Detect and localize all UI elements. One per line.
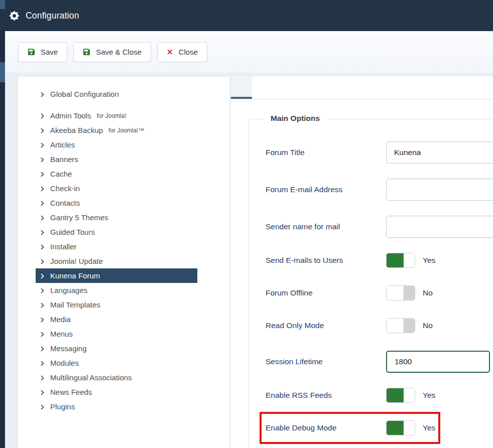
save-and-close-button[interactable]: Save & Close <box>73 42 151 62</box>
toggle-switch[interactable] <box>386 285 415 301</box>
chevron-right-icon <box>40 244 45 250</box>
sidebar-item[interactable]: News Feeds <box>36 385 197 399</box>
sidebar-item-label: Akeeba Backup <box>50 126 103 134</box>
options-fieldset: Main Options Forum Title Forum E-mail Ad… <box>249 119 493 448</box>
sidebar-item[interactable]: Cache <box>36 167 197 181</box>
toggle-switch[interactable] <box>386 420 415 435</box>
chevron-right-icon <box>40 142 45 148</box>
sidebar-item[interactable]: Global Configuration <box>36 87 197 101</box>
chevron-right-icon <box>40 273 45 279</box>
sidebar-item[interactable]: Banners <box>36 152 197 167</box>
sidebar-item[interactable]: Admin Tools for Joomla! <box>36 108 197 123</box>
fieldset-legend: Main Options <box>264 114 326 123</box>
sidebar-item-label: Banners <box>50 155 78 164</box>
toggle-state-label: Yes <box>423 391 435 400</box>
sidebar-item-label: Contacts <box>50 199 80 207</box>
field-label: Enable Debug Mode <box>266 423 386 432</box>
chevron-right-icon <box>40 390 45 395</box>
main-panel: Main Options Forum Title Forum E-mail Ad… <box>231 99 493 448</box>
form-row: Sender name for mail <box>266 216 493 238</box>
sidebar-item-label: Mail Templates <box>50 301 100 309</box>
sidebar-item[interactable]: Contacts <box>36 196 197 210</box>
close-button-label: Close <box>179 48 198 56</box>
floppy-save-icon <box>83 48 90 56</box>
field-label: Send E-mails to Users <box>266 256 386 265</box>
form-row: Read Only Mode No <box>266 318 493 333</box>
sidebar-item-label: Admin Tools <box>50 111 91 120</box>
toggle-switch[interactable] <box>386 318 415 333</box>
chevron-right-icon <box>40 404 45 410</box>
text-input[interactable] <box>386 216 493 238</box>
field-label: Forum E-mail Address <box>266 185 386 194</box>
sidebar-item[interactable]: Articles <box>36 137 197 152</box>
sidebar-item-suffix: for Joomla! <box>96 112 126 119</box>
sidebar-item[interactable]: Joomla! Update <box>36 254 197 268</box>
field-label: Forum Title <box>266 148 386 157</box>
save-and-close-button-label: Save & Close <box>96 48 142 56</box>
sidebar-item[interactable]: Guided Tours <box>36 225 197 239</box>
sidebar-item[interactable]: Kunena Forum <box>36 268 197 283</box>
toggle-switch[interactable] <box>386 253 415 268</box>
form-row: Session Lifetime <box>266 351 493 373</box>
sidebar-item-label: Articles <box>50 140 75 149</box>
tab-main-options[interactable] <box>231 76 252 99</box>
sidebar-item[interactable]: Languages <box>36 283 197 297</box>
sidebar-item-label: Global Configuration <box>50 90 119 98</box>
chevron-right-icon <box>40 157 45 163</box>
toggle-switch[interactable] <box>386 388 415 403</box>
close-x-icon: ✕ <box>167 48 173 56</box>
sidebar-item-label: Multilingual Associations <box>50 373 132 382</box>
sidebar-item-label: Modules <box>50 359 79 367</box>
field-label: Session Lifetime <box>266 357 386 366</box>
chevron-right-icon <box>40 332 45 337</box>
chevron-right-icon <box>40 113 45 119</box>
sidebar-item-label: Kunena Forum <box>50 271 100 280</box>
gear-icon <box>10 11 19 21</box>
chevron-right-icon <box>40 259 45 264</box>
toolbar: Save Save & Close ✕ Close <box>5 31 493 73</box>
form-row: Send E-mails to Users Yes <box>266 253 493 268</box>
sidebar-item-label: Check-in <box>50 184 80 193</box>
sidebar-item[interactable]: Check-in <box>36 181 197 196</box>
chevron-right-icon <box>40 230 45 235</box>
tab-subscriptions[interactable] <box>294 76 315 99</box>
field-label: Forum Offline <box>266 288 386 297</box>
chevron-right-icon <box>40 128 45 133</box>
chevron-right-icon <box>40 186 45 192</box>
text-input[interactable] <box>386 351 490 373</box>
sidebar-item-label: Cache <box>50 170 72 178</box>
field-label: Enable RSS Feeds <box>266 391 386 400</box>
chevron-right-icon <box>40 201 45 206</box>
tab-users[interactable] <box>273 76 294 99</box>
toggle-state-label: No <box>423 288 433 297</box>
text-input[interactable] <box>386 141 493 164</box>
sidebar-item[interactable]: Plugins <box>36 399 197 414</box>
chevron-right-icon <box>40 375 45 381</box>
form-row: Enable RSS Feeds Yes <box>266 388 493 403</box>
tab-frontend[interactable] <box>252 76 273 99</box>
sidebar-item[interactable]: Messaging <box>36 341 197 356</box>
chevron-right-icon <box>40 361 45 366</box>
sidebar-item-label: Media <box>50 315 71 324</box>
sidebar-item[interactable]: Mail Templates <box>36 297 197 312</box>
admin-menu-rail-top <box>0 0 5 9</box>
chevron-right-icon <box>40 215 45 221</box>
close-button[interactable]: ✕ Close <box>157 42 207 62</box>
save-button[interactable]: Save <box>18 42 67 62</box>
sidebar-item[interactable]: Modules <box>36 356 197 370</box>
tab-bar <box>231 76 493 99</box>
chevron-right-icon <box>40 92 45 97</box>
sidebar-item[interactable]: Menus <box>36 327 197 341</box>
sidebar-item[interactable]: Akeeba Backup for Joomla!™ <box>36 123 197 137</box>
page-title: Configuration <box>26 11 79 21</box>
chevron-right-icon <box>40 288 45 293</box>
text-input[interactable] <box>386 179 493 201</box>
chevron-right-icon <box>40 303 45 308</box>
sidebar-item[interactable]: Installer <box>36 239 197 254</box>
chevron-right-icon <box>40 317 45 323</box>
sidebar-item[interactable]: Media <box>36 312 197 327</box>
tab-security[interactable] <box>315 76 336 99</box>
sidebar-item[interactable]: Multilingual Associations <box>36 370 197 385</box>
form-row: Forum E-mail Address <box>266 179 493 201</box>
sidebar-item[interactable]: Gantry 5 Themes <box>36 210 197 225</box>
